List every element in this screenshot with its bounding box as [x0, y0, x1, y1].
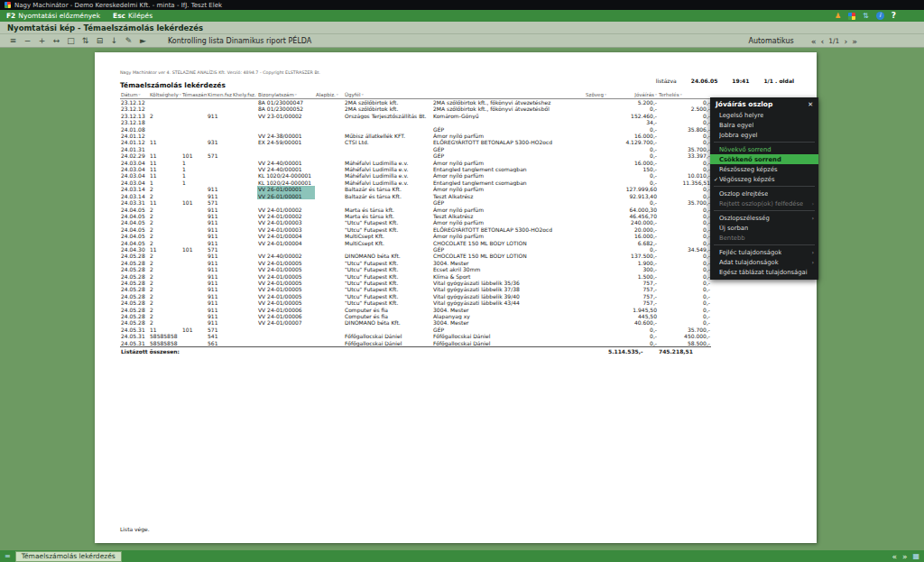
table-row[interactable]: 24.05.28 2 911 VV 24-01/00005 "Utcu" Fut… [120, 293, 711, 299]
fit-page-icon[interactable]: □ [65, 36, 77, 45]
cell-bizonylatszam[interactable]: VV 24-01/00005 [257, 293, 315, 299]
cell-bizonylatszam[interactable]: VV 24-01/00007 [257, 319, 315, 326]
cell-bizonylatszam[interactable]: 8A 01/23000047 [257, 99, 315, 106]
table-row[interactable]: 24.05.28 2 911 VV 24-01/00005 "Utcu" Fut… [120, 260, 711, 266]
fit-width-icon[interactable]: ↔ [51, 36, 62, 45]
cell-bizonylatszam[interactable]: VV 24-01/00005 [257, 260, 315, 266]
column-header[interactable]: Terhelés▿ [658, 92, 711, 99]
context-menu-item[interactable]: Növekvő sorrend [710, 144, 818, 154]
column-header[interactable]: Témaszám▿ [181, 92, 207, 99]
column-header[interactable]: Kimen.fsz.▿ [207, 92, 232, 99]
table-row[interactable]: 24.05.31 11 101 571 GÉP 0,- 35.700,- [120, 327, 711, 333]
table-row[interactable]: 24.02.29 11 101 571 GÉP 0,- 33.397,- [120, 152, 711, 159]
table-row[interactable]: 24.03.31 11 101 571 GÉP 0,- 35.700,- [120, 199, 711, 206]
table-row[interactable]: 23.12.18 34,- 0,- [120, 119, 711, 125]
table-row[interactable]: 24.05.28 2 911 VV 24-01/00005 "Utcu" Fut… [120, 280, 711, 286]
cell-bizonylatszam[interactable] [257, 152, 315, 159]
prev-page-button[interactable]: ‹ [820, 36, 824, 46]
table-row[interactable]: 24.04.05 2 911 VV 24-01/00002 Marta és t… [120, 207, 711, 213]
cell-bizonylatszam[interactable] [257, 333, 315, 339]
context-menu-item[interactable]: Balra egyel [710, 120, 818, 130]
table-row[interactable]: 24.01.12 VV 24-38/00001 Műbisz állatkell… [120, 133, 711, 139]
context-menu-item[interactable]: Jobbra egyel [710, 130, 818, 140]
help-icon[interactable]: ? [892, 12, 896, 20]
table-row[interactable]: 23.12.12 8A 01/23000047 2MA szőlőbirtok … [120, 99, 711, 106]
table-row[interactable]: 23.12.13 2 911 VV 23-01/00002 Országos T… [120, 113, 711, 119]
cell-bizonylatszam[interactable] [257, 327, 315, 333]
table-row[interactable]: 24.03.14 2 911 VV 26-01/00001 Baltazár é… [120, 186, 711, 192]
table-row[interactable]: 24.05.28 2 911 VV 24-01/00005 "Utcu" Fut… [120, 299, 711, 306]
cell-bizonylatszam[interactable]: VV 24-38/00001 [257, 133, 315, 139]
table-row[interactable]: 24.03.04 11 1 VV 24-40/00001 Máhéfalvi L… [120, 160, 711, 166]
cell-bizonylatszam[interactable]: VV 24-01/00004 [257, 240, 315, 246]
table-row[interactable]: 24.03.04 1 1 KL 1020/24-000001 Máhéfalvi… [120, 180, 711, 186]
cell-bizonylatszam[interactable]: VV 24-01/00002 [257, 207, 315, 213]
cell-bizonylatszam[interactable] [257, 199, 315, 206]
save-icon[interactable]: ↓ [108, 36, 120, 45]
grid-view-icon[interactable]: ▦ [912, 552, 919, 560]
table-row[interactable]: 24.03.14 2 911 VV 26-01/00001 Baltazár é… [120, 193, 711, 199]
next-page-button[interactable]: › [844, 36, 847, 46]
cell-bizonylatszam[interactable]: VV 24-40/00001 [257, 160, 315, 166]
cell-bizonylatszam[interactable]: VV 24-40/00002 [257, 253, 315, 259]
table-row[interactable]: 24.04.05 2 911 VV 24-01/00004 MultiCsept… [120, 240, 711, 246]
context-menu-item[interactable]: Részösszeg képzés [710, 164, 818, 174]
cell-bizonylatszam[interactable]: VV 24-01/00005 [257, 266, 315, 272]
context-menu-item[interactable]: Oszlop elrejtése [710, 189, 818, 198]
context-menu-item[interactable]: Adat tulajdonságok › [710, 257, 818, 267]
table-row[interactable]: 24.04.05 2 911 VV 24-01/00002 Marta és t… [120, 213, 711, 219]
cell-bizonylatszam[interactable]: VV 26-01/00001 [257, 193, 315, 199]
sync-arrows-icon[interactable]: ⇅ [863, 12, 869, 20]
table-row[interactable]: 24.05.31 58585858 561 Főfőgallocskai Dán… [120, 340, 711, 347]
cell-bizonylatszam[interactable]: VV 24-01/00006 [257, 313, 315, 319]
table-row[interactable]: 24.01.31 GÉP 0,- 35.700,- [120, 146, 711, 152]
cell-bizonylatszam[interactable] [257, 340, 315, 347]
table-row[interactable]: 24.03.04 11 1 VV 24-40/00001 Máhéfalvi L… [120, 166, 711, 172]
menu-item[interactable]: F2 Nyomtatási előzmények [6, 12, 100, 20]
context-menu-item[interactable]: Rejtett oszlop(ok) felfedése › [710, 198, 818, 208]
table-row[interactable]: 23.12.12 8A 01/23000052 2MA szőlőbirtok … [120, 106, 711, 112]
scale-mode-select[interactable]: Automatikus [748, 37, 793, 45]
table-row[interactable]: 24.05.28 2 911 VV 24-40/00002 DINOMANO b… [120, 253, 711, 259]
scroll-mode-icon[interactable]: ⇅ [79, 36, 91, 45]
table-row[interactable]: 24.05.28 2 911 VV 24-01/00006 Computer é… [120, 313, 711, 319]
context-menu-item[interactable]: Fejléc tulajdonságok › [710, 247, 818, 257]
prev-view-button[interactable]: « [892, 552, 897, 561]
context-menu-item[interactable]: Csökkenő sorrend [710, 154, 818, 164]
table-row[interactable]: 24.04.30 11 101 571 GÉP 0,- 34.549,- [120, 246, 711, 253]
column-header[interactable]: Ügyfél▿ [344, 92, 432, 99]
context-menu-item[interactable]: Új sorban [710, 223, 818, 233]
cell-bizonylatszam[interactable]: VV 24-01/00004 [257, 233, 315, 239]
cell-bizonylatszam[interactable]: VV 24-01/00002 [257, 213, 315, 219]
cell-bizonylatszam[interactable]: VV 24-40/00001 [257, 166, 315, 172]
last-page-button[interactable]: » [852, 36, 857, 46]
cell-bizonylatszam[interactable]: VV 24-01/00005 [257, 299, 315, 306]
export-icon[interactable]: ► [137, 36, 149, 45]
table-row[interactable]: 24.05.28 2 911 VV 24-01/00005 "Utcu" Fut… [120, 266, 711, 272]
cell-bizonylatszam[interactable]: VV 24-01/00003 [257, 226, 315, 233]
column-header[interactable]: Khely.fsz.▿ [232, 92, 257, 99]
user-icon[interactable]: ♟ [835, 12, 841, 20]
cell-bizonylatszam[interactable]: KL 1020/24-000001 [257, 172, 315, 179]
context-menu-item[interactable]: Bentebb [710, 233, 818, 243]
menu-item[interactable]: Esc Kilépés [113, 12, 152, 20]
table-row[interactable]: 24.01.12 11 931 EX 24-59/00001 CTSI Ltd.… [120, 139, 711, 145]
table-row[interactable]: 24.05.28 2 911 VV 24-01/00006 Computer é… [120, 307, 711, 313]
table-row[interactable]: 24.04.05 2 911 VV 24-01/00003 "Utcu" Fut… [120, 226, 711, 233]
cell-bizonylatszam[interactable]: VV 24-01/00005 [257, 273, 315, 280]
cell-bizonylatszam[interactable]: VV 26-01/00001 [257, 186, 315, 192]
cell-bizonylatszam[interactable] [257, 246, 315, 253]
cell-bizonylatszam[interactable]: KL 1020/24-000001 [257, 180, 315, 186]
list-menu-icon[interactable]: ≡ [5, 552, 11, 560]
apps-icon[interactable] [848, 13, 855, 20]
cell-bizonylatszam[interactable]: VV 24-01/00006 [257, 307, 315, 313]
context-menu-item[interactable]: Legelső helyre [710, 110, 818, 120]
column-header[interactable]: Költséghely▿ [149, 92, 181, 99]
menu-icon[interactable]: ≡ [7, 36, 19, 45]
table-row[interactable]: 24.04.05 2 911 VV 24-01/00003 "Utcu" Fut… [120, 219, 711, 226]
context-menu-item[interactable]: ✓ Végösszeg képzés [710, 174, 818, 184]
column-header[interactable]: Szöveg▿ [432, 92, 607, 99]
table-row[interactable]: 24.01.08 GÉP 0,- 35.806,- [120, 126, 711, 133]
table-row[interactable]: 24.03.04 11 1 KL 1020/24-000001 Máhéfalv… [120, 172, 711, 179]
tab-temaelszamolas-lekerdezes[interactable]: Témaelszámolás lekérdezés [15, 551, 122, 562]
